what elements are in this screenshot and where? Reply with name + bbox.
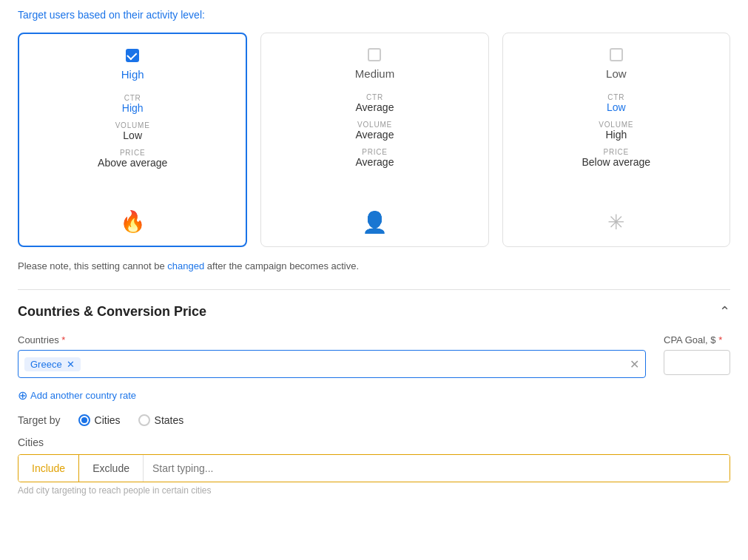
price-value-medium: Average bbox=[273, 156, 476, 168]
plus-circle-icon: ⊕ bbox=[18, 388, 27, 402]
card-stat-price-medium: PRICE Average bbox=[273, 148, 476, 168]
volume-label-high: VOLUME bbox=[31, 121, 234, 129]
card-stat-ctr-high: CTR High bbox=[31, 94, 234, 114]
countries-required: * bbox=[61, 334, 65, 345]
country-input[interactable]: Greece ✕ ✕ bbox=[18, 350, 646, 378]
exclude-button[interactable]: Exclude bbox=[79, 455, 144, 482]
price-label-high: PRICE bbox=[31, 149, 234, 157]
card-checkbox-medium[interactable] bbox=[368, 48, 381, 61]
ctr-value-medium: Average bbox=[273, 101, 476, 113]
activity-card-medium[interactable]: Medium CTR Average VOLUME Average PRICE … bbox=[260, 33, 488, 247]
card-stat-ctr-low: CTR Low bbox=[515, 93, 718, 113]
cpa-form-group: CPA Goal, $ * bbox=[664, 334, 730, 375]
radio-cities[interactable]: Cities bbox=[78, 414, 121, 426]
volume-value-medium: Average bbox=[273, 129, 476, 141]
ctr-label-medium: CTR bbox=[273, 93, 476, 101]
page-container: Target users based on their activity lev… bbox=[0, 0, 748, 560]
target-by-row: Target by Cities States bbox=[18, 414, 730, 426]
ctr-value-low: Low bbox=[515, 101, 718, 113]
radio-states[interactable]: States bbox=[138, 414, 184, 426]
activity-card-low[interactable]: Low CTR Low VOLUME High PRICE Below aver… bbox=[502, 33, 730, 247]
volume-value-low: High bbox=[515, 129, 718, 141]
notice-link: changed bbox=[167, 260, 204, 271]
card-stat-price-low: PRICE Below average bbox=[515, 148, 718, 168]
volume-value-high: Low bbox=[31, 129, 234, 141]
cpa-input[interactable] bbox=[664, 350, 730, 375]
card-stat-volume-medium: VOLUME Average bbox=[273, 121, 476, 141]
ctr-value-high: High bbox=[31, 102, 234, 114]
countries-cpa-row: Countries * Greece ✕ ✕ CPA Goal, $ * bbox=[18, 334, 730, 378]
radio-btn-states[interactable] bbox=[138, 414, 150, 426]
country-tag-greece[interactable]: Greece ✕ bbox=[24, 357, 81, 371]
chevron-up-icon[interactable]: ⌃ bbox=[719, 303, 730, 320]
notice-text: Please note, this setting cannot be chan… bbox=[18, 260, 730, 271]
ctr-label-low: CTR bbox=[515, 93, 718, 101]
cities-label: Cities bbox=[18, 436, 730, 448]
countries-section-header: Countries & Conversion Price ⌃ bbox=[18, 289, 730, 320]
cities-hint: Add city targeting to reach people in ce… bbox=[18, 485, 730, 496]
card-title-low: Low bbox=[606, 67, 627, 80]
price-value-low: Below average bbox=[515, 156, 718, 168]
activity-header: Target users based on their activity lev… bbox=[18, 9, 730, 21]
activity-card-high[interactable]: High CTR High VOLUME Low PRICE Above ave… bbox=[18, 33, 247, 247]
price-label-medium: PRICE bbox=[273, 148, 476, 156]
card-stat-price-high: PRICE Above average bbox=[31, 149, 234, 169]
volume-label-medium: VOLUME bbox=[273, 121, 476, 129]
cities-input-row: Include Exclude bbox=[18, 454, 730, 482]
card-stat-volume-high: VOLUME Low bbox=[31, 121, 234, 141]
snowflake-icon: ✳ bbox=[607, 210, 624, 235]
radio-btn-cities[interactable] bbox=[78, 414, 90, 426]
include-button[interactable]: Include bbox=[18, 455, 79, 482]
activity-cards-row: High CTR High VOLUME Low PRICE Above ave… bbox=[18, 33, 730, 247]
volume-label-low: VOLUME bbox=[515, 121, 718, 129]
cities-section: Cities Include Exclude Add city targetin… bbox=[18, 436, 730, 496]
price-value-high: Above average bbox=[31, 157, 234, 169]
person-icon: 👤 bbox=[362, 210, 388, 235]
card-checkbox-low[interactable] bbox=[610, 48, 623, 61]
target-by-label: Target by bbox=[18, 414, 61, 426]
section-title: Countries & Conversion Price bbox=[18, 304, 206, 320]
cities-search-input[interactable] bbox=[144, 455, 730, 482]
radio-label-cities: Cities bbox=[95, 414, 121, 426]
fire-icon: 🔥 bbox=[120, 209, 146, 234]
card-stat-ctr-medium: CTR Average bbox=[273, 93, 476, 113]
countries-form-group: Countries * Greece ✕ ✕ bbox=[18, 334, 646, 378]
card-checkbox-high[interactable] bbox=[126, 49, 139, 62]
card-title-medium: Medium bbox=[355, 67, 394, 80]
ctr-label-high: CTR bbox=[31, 94, 234, 102]
country-clear-icon[interactable]: ✕ bbox=[630, 357, 639, 371]
card-stat-volume-low: VOLUME High bbox=[515, 121, 718, 141]
country-tag-remove[interactable]: ✕ bbox=[67, 359, 75, 370]
add-country-text: Add another country rate bbox=[30, 390, 136, 401]
card-title-high: High bbox=[121, 68, 144, 81]
activity-header-text: Target users based on their activity lev… bbox=[18, 9, 205, 21]
radio-label-states: States bbox=[155, 414, 184, 426]
add-country-link[interactable]: ⊕ Add another country rate bbox=[18, 388, 136, 402]
cpa-label: CPA Goal, $ * bbox=[664, 334, 730, 345]
country-tag-label: Greece bbox=[30, 359, 62, 370]
price-label-low: PRICE bbox=[515, 148, 718, 156]
countries-label: Countries * bbox=[18, 334, 646, 345]
cpa-required: * bbox=[718, 334, 722, 345]
